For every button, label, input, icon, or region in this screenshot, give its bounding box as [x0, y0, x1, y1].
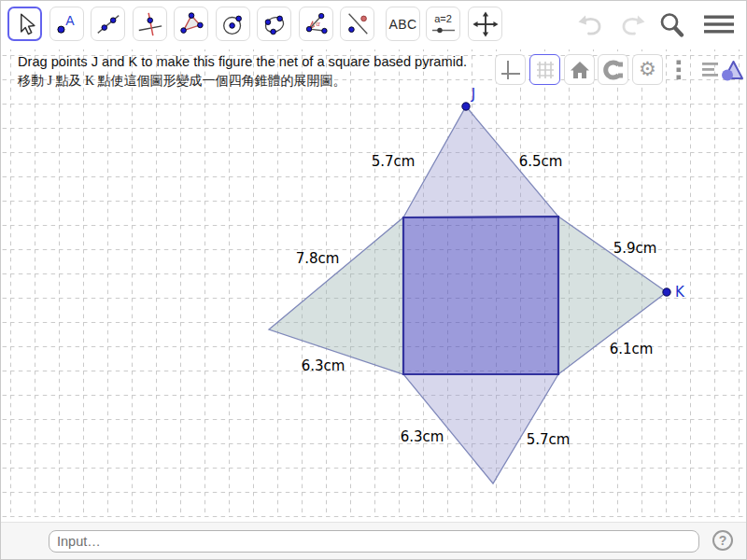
- edge-length-label: 7.8cm: [296, 250, 340, 267]
- text-tool-label: ABC: [389, 17, 417, 32]
- edge-length-label: 6.3cm: [401, 428, 444, 445]
- more-options-button[interactable]: [668, 54, 690, 85]
- search-icon: [655, 9, 688, 39]
- slider-tool-icon: a=2: [431, 14, 456, 35]
- svg-text:A: A: [65, 12, 75, 27]
- edge-length-label: 6.3cm: [302, 357, 345, 374]
- tool-polygon[interactable]: [174, 7, 208, 41]
- tool-move-graphics-view[interactable]: [468, 7, 502, 41]
- edge-length-label: 5.7cm: [372, 153, 416, 170]
- square-base[interactable]: [403, 217, 558, 374]
- top-toolbar: A: [1, 1, 746, 48]
- instruction-text-chinese: 移動 J 點及 K 點使這個圖形變成一個四角錐體的展開圖。: [18, 73, 346, 90]
- toggle-axes-button[interactable]: [495, 54, 526, 85]
- grid-icon: [534, 59, 557, 81]
- more-kebab-icon: [670, 59, 687, 81]
- slider-track-icon: [431, 26, 456, 35]
- snap-to-grid-button[interactable]: [598, 54, 628, 85]
- settings-button[interactable]: ⚙: [632, 54, 663, 85]
- tool-perpendicular-line[interactable]: [133, 7, 167, 41]
- geogebra-panel-button[interactable]: [701, 54, 744, 85]
- point-K[interactable]: [663, 288, 670, 296]
- graphics-view[interactable]: Drag points J and K to make this figure …: [1, 48, 747, 522]
- graphics-canvas[interactable]: [1, 48, 747, 522]
- edge-length-label: 6.1cm: [610, 341, 654, 357]
- tool-angle[interactable]: α: [299, 7, 333, 41]
- polygon-icon: [177, 10, 205, 38]
- snap-to-grid-icon: [602, 59, 625, 81]
- redo-icon: [612, 12, 647, 38]
- edge-length-label: 5.9cm: [613, 240, 657, 257]
- menu-icon: [699, 13, 739, 37]
- settings-gear-icon: ⚙: [639, 60, 656, 79]
- move-select-icon: [11, 10, 39, 38]
- input-bar: ?: [1, 522, 746, 560]
- tool-conic-through-points[interactable]: [257, 7, 291, 41]
- tool-move-select[interactable]: [7, 7, 42, 41]
- point-label-K: K: [675, 284, 684, 301]
- svg-text:α: α: [316, 19, 320, 27]
- tool-point-with-label[interactable]: A: [49, 7, 84, 41]
- point-J[interactable]: [462, 103, 470, 110]
- edge-length-label: 5.7cm: [527, 431, 571, 448]
- search-button[interactable]: [655, 9, 688, 39]
- tool-slider[interactable]: a=2: [426, 7, 460, 41]
- tool-text[interactable]: ABC: [386, 7, 420, 41]
- reflect-about-line-icon: [344, 10, 372, 38]
- slider-tool-label: a=2: [434, 14, 452, 24]
- axes-icon: [500, 59, 522, 81]
- conic-through-points-icon: [261, 10, 289, 38]
- redo-button[interactable]: [612, 12, 647, 38]
- undo-icon: [576, 12, 612, 38]
- perpendicular-line-icon: [136, 10, 164, 38]
- circle-with-center-icon: [219, 10, 247, 38]
- tool-line-two-points[interactable]: [91, 7, 125, 41]
- menu-button[interactable]: [699, 13, 739, 37]
- move-graphics-view-icon: [472, 10, 500, 38]
- instruction-text-english: Drag points J and K to make this figure …: [18, 54, 467, 69]
- geogebra-logo: [701, 56, 744, 84]
- edge-length-label: 6.5cm: [519, 153, 563, 170]
- toggle-grid-button[interactable]: [529, 54, 560, 85]
- geogebra-window: A: [0, 0, 747, 560]
- help-question-icon: ?: [719, 533, 727, 548]
- angle-icon: α: [303, 10, 331, 38]
- help-button[interactable]: ?: [712, 530, 733, 551]
- tool-circle-center-point[interactable]: [216, 7, 250, 41]
- line-through-two-points-icon: [94, 10, 122, 38]
- input-field[interactable]: [49, 530, 699, 553]
- tool-reflect-about-line[interactable]: [340, 7, 374, 41]
- home-default-view-button[interactable]: [564, 54, 595, 85]
- undo-button[interactable]: [576, 12, 612, 38]
- point-with-label-icon: A: [53, 10, 81, 38]
- point-label-J: J: [472, 86, 475, 103]
- home-icon: [569, 59, 591, 81]
